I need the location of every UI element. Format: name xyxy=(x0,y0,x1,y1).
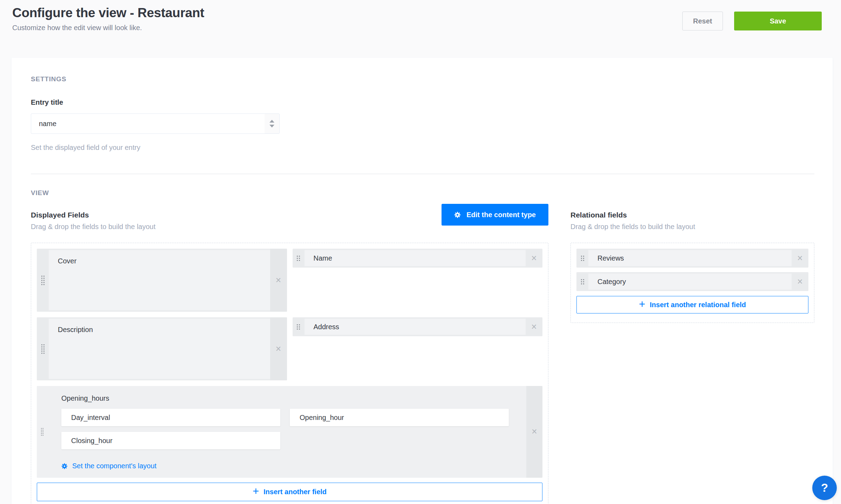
entry-title-label: Entry title xyxy=(31,98,814,106)
chevron-down-icon xyxy=(269,125,274,127)
insert-another-relational-field-button[interactable]: + Insert another relational field xyxy=(576,296,808,313)
configuration-panel: SETTINGS Entry title name Set the displa… xyxy=(12,58,833,504)
relational-fields-helper: Drag & drop the fields to build the layo… xyxy=(570,223,814,231)
field-card-name[interactable]: Name × xyxy=(293,249,543,268)
insert-another-relational-field-label: Insert another relational field xyxy=(650,301,746,309)
question-mark-icon: ? xyxy=(821,481,828,495)
insert-another-field-label: Insert another field xyxy=(264,488,327,496)
entry-title-select[interactable]: name xyxy=(31,113,280,134)
remove-field-icon[interactable]: × xyxy=(526,317,542,336)
component-card-opening-hours[interactable]: Opening_hours Day_interval Opening_hour … xyxy=(37,386,542,478)
chevron-up-icon xyxy=(269,120,274,123)
set-component-layout-label: Set the component's layout xyxy=(72,462,157,470)
header-actions: Reset Save xyxy=(682,12,822,30)
displayed-fields-column: Displayed Fields Drag & drop the fields … xyxy=(31,211,548,504)
view-section-label: VIEW xyxy=(31,189,814,197)
drag-handle-icon[interactable] xyxy=(293,249,305,268)
field-card-address[interactable]: Address × xyxy=(293,317,543,336)
edit-content-type-button[interactable]: Edit the content type xyxy=(442,204,548,226)
field-label: Name xyxy=(305,250,526,266)
drag-handle-icon[interactable] xyxy=(37,317,49,380)
remove-field-icon[interactable]: × xyxy=(792,272,808,291)
field-card-cover[interactable]: Cover × xyxy=(37,249,287,312)
gear-icon xyxy=(454,212,461,218)
relational-fields-dropzone: Reviews × Category × + Insert another re… xyxy=(570,243,814,323)
field-card-reviews[interactable]: Reviews × xyxy=(576,249,808,268)
component-subfield-day-interval[interactable]: Day_interval xyxy=(61,409,280,426)
view-columns: Displayed Fields Drag & drop the fields … xyxy=(31,211,814,504)
section-divider xyxy=(31,173,814,174)
plus-icon: + xyxy=(253,486,259,497)
relational-fields-column: Relational fields Drag & drop the fields… xyxy=(570,211,814,504)
drag-handle-icon[interactable] xyxy=(576,249,588,268)
field-row: Cover × Name × xyxy=(37,249,542,312)
field-label: Description xyxy=(49,319,270,379)
component-body: Opening_hours Day_interval Opening_hour … xyxy=(47,386,526,478)
entry-title-helper: Set the displayed field of your entry xyxy=(31,144,814,152)
remove-component-icon[interactable]: × xyxy=(526,386,542,478)
entry-title-selected-value: name xyxy=(31,114,265,133)
save-button[interactable]: Save xyxy=(734,12,822,30)
displayed-fields-dropzone: Cover × Name × xyxy=(31,243,548,504)
drag-handle-icon[interactable] xyxy=(293,317,305,336)
gear-icon xyxy=(61,463,68,469)
drag-handle-icon[interactable] xyxy=(576,272,588,291)
field-row: Description × Address × xyxy=(37,317,542,380)
field-label: Category xyxy=(588,274,792,290)
reset-button[interactable]: Reset xyxy=(682,12,723,30)
remove-field-icon[interactable]: × xyxy=(270,317,287,380)
field-label: Reviews xyxy=(588,250,792,266)
component-subfields: Day_interval Opening_hour Closing_hour xyxy=(61,409,521,449)
field-card-description[interactable]: Description × xyxy=(37,317,287,380)
help-button[interactable]: ? xyxy=(812,476,837,500)
remove-field-icon[interactable]: × xyxy=(792,249,808,268)
set-component-layout-link[interactable]: Set the component's layout xyxy=(61,462,157,470)
component-title: Opening_hours xyxy=(61,394,521,402)
field-row: Opening_hours Day_interval Opening_hour … xyxy=(37,386,542,478)
component-subfield-opening-hour[interactable]: Opening_hour xyxy=(290,409,509,426)
edit-content-type-label: Edit the content type xyxy=(466,211,536,219)
drag-handle-icon[interactable] xyxy=(37,386,47,478)
component-subfield-closing-hour[interactable]: Closing_hour xyxy=(61,432,280,449)
settings-section-label: SETTINGS xyxy=(31,75,814,83)
select-spinner[interactable] xyxy=(265,114,279,133)
field-label: Cover xyxy=(49,250,270,310)
plus-icon: + xyxy=(639,299,645,310)
remove-field-icon[interactable]: × xyxy=(270,249,287,312)
field-card-category[interactable]: Category × xyxy=(576,272,808,291)
remove-field-icon[interactable]: × xyxy=(526,249,542,268)
drag-handle-icon[interactable] xyxy=(37,249,49,312)
field-label: Address xyxy=(305,319,526,335)
relational-fields-heading: Relational fields xyxy=(570,211,814,219)
insert-another-field-button[interactable]: + Insert another field xyxy=(37,483,542,501)
